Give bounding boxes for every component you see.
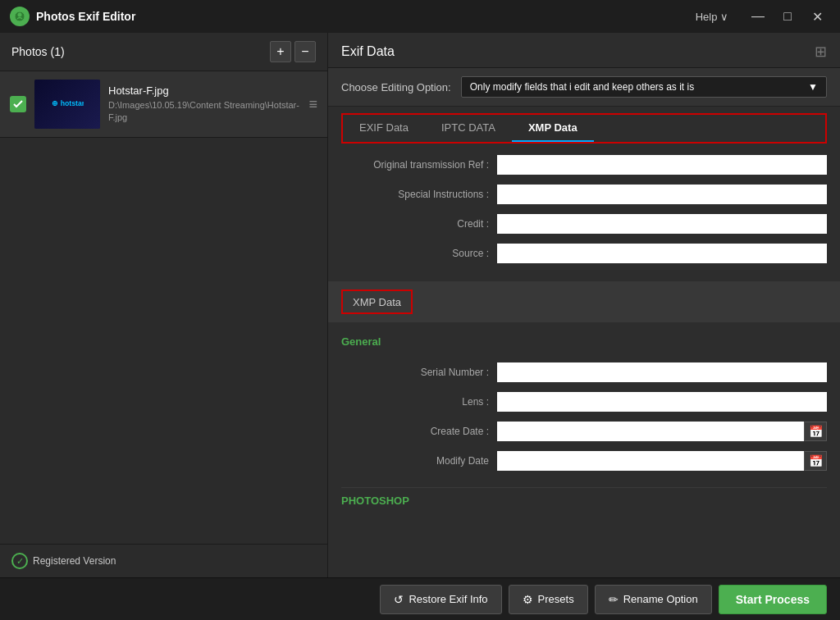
iptc-fields-section: Original transmission Ref : Special Inst… xyxy=(341,144,827,275)
restore-exif-button[interactable]: ↺ Restore Exif Info xyxy=(380,585,501,614)
field-label-create-date: Create Date : xyxy=(341,426,489,437)
form-row-lens: Lens : xyxy=(341,387,827,417)
field-label-modify-date: Modify Date xyxy=(341,455,489,467)
xmp-general-label: General xyxy=(341,329,827,351)
svg-point-1 xyxy=(18,13,22,17)
field-input-modify-date[interactable] xyxy=(497,451,804,471)
photo-list-item[interactable]: ⊕ hotstar Hotstar-F.jpg D:\Images\10.05.… xyxy=(0,71,327,138)
tabs-row: EXIF Data IPTC DATA XMP Data xyxy=(343,115,825,142)
field-label-source: Source : xyxy=(341,248,489,259)
field-input-special-instructions[interactable] xyxy=(497,185,827,204)
close-button[interactable]: ✕ xyxy=(804,5,830,28)
app-title: Photos Exif Editor xyxy=(36,10,696,23)
photo-path: D:\Images\10.05.19\Content Streaming\Hot… xyxy=(108,99,300,125)
form-row-serial-number: Serial Number : xyxy=(341,358,827,387)
rename-icon: ✏ xyxy=(609,593,619,606)
form-row-modify-date: Modify Date 📅 xyxy=(341,446,827,476)
rename-option-button[interactable]: ✏ Rename Option xyxy=(595,585,712,614)
field-input-create-date[interactable] xyxy=(497,422,804,441)
photo-thumbnail: ⊕ hotstar xyxy=(34,80,100,129)
presets-icon: ⚙ xyxy=(523,593,533,606)
left-panel: Photos (1) + − ⊕ hotstar H xyxy=(0,33,328,577)
modify-date-wrapper: 📅 xyxy=(497,451,827,471)
field-input-source[interactable] xyxy=(497,244,827,263)
field-label-special-instructions: Special Instructions : xyxy=(341,189,489,200)
editing-option-row: Choose Editing Option: Only modify field… xyxy=(328,68,840,107)
create-date-wrapper: 📅 xyxy=(497,422,827,441)
restore-icon: ↺ xyxy=(394,593,404,606)
form-row-source: Source : xyxy=(341,239,827,268)
left-panel-footer: ✓ Registered Version xyxy=(0,544,327,577)
editing-option-label: Choose Editing Option: xyxy=(341,81,451,93)
panel-btn-group: + − xyxy=(270,41,316,62)
field-input-original-transmission[interactable] xyxy=(497,155,827,175)
maximize-button[interactable]: □ xyxy=(774,5,801,28)
start-process-button[interactable]: Start Process xyxy=(719,585,827,614)
app-logo xyxy=(10,7,30,26)
presets-button[interactable]: ⚙ Presets xyxy=(509,585,588,614)
window-controls: Help ∨ — □ ✕ xyxy=(696,5,830,28)
registered-icon: ✓ xyxy=(11,553,28,569)
xmp-section-title: XMP Data xyxy=(353,296,401,308)
field-label-original-transmission: Original transmission Ref : xyxy=(341,159,489,171)
photo-checkbox[interactable] xyxy=(10,96,26,112)
editing-option-select[interactable]: Only modify fields that i edit and keep … xyxy=(461,76,827,98)
presets-label: Presets xyxy=(538,593,574,605)
tab-exif[interactable]: EXIF Data xyxy=(343,115,425,142)
remove-photo-button[interactable]: − xyxy=(294,41,316,62)
rename-label: Rename Option xyxy=(623,593,698,605)
content-area[interactable]: Original transmission Ref : Special Inst… xyxy=(328,144,840,577)
xmp-section-header: XMP Data xyxy=(328,281,840,322)
field-input-credit[interactable] xyxy=(497,214,827,234)
photo-menu-icon[interactable]: ≡ xyxy=(308,96,317,113)
restore-label: Restore Exif Info xyxy=(409,593,487,605)
help-menu[interactable]: Help ∨ xyxy=(696,11,728,23)
minimize-button[interactable]: — xyxy=(745,5,771,28)
photo-filename: Hotstar-F.jpg xyxy=(108,84,300,97)
right-panel: Exif Data ⊞ Choose Editing Option: Only … xyxy=(328,33,840,577)
exif-data-title: Exif Data xyxy=(341,44,395,59)
xmp-section-highlight: XMP Data xyxy=(341,289,413,314)
title-bar: Photos Exif Editor Help ∨ — □ ✕ xyxy=(0,0,840,33)
right-panel-header: Exif Data ⊞ xyxy=(328,33,840,68)
form-row-credit: Credit : xyxy=(341,209,827,239)
modify-date-calendar-icon[interactable]: 📅 xyxy=(804,451,827,471)
svg-text:⊕ hotstar: ⊕ hotstar xyxy=(52,99,84,107)
editing-option-value: Only modify fields that i edit and keep … xyxy=(470,81,694,93)
panel-options-icon[interactable]: ⊞ xyxy=(815,43,827,61)
photo-info: Hotstar-F.jpg D:\Images\10.05.19\Content… xyxy=(108,84,300,125)
field-input-lens[interactable] xyxy=(497,392,827,412)
bottom-toolbar: ↺ Restore Exif Info ⚙ Presets ✏ Rename O… xyxy=(0,577,840,620)
tab-iptc[interactable]: IPTC DATA xyxy=(425,115,512,142)
field-input-serial-number[interactable] xyxy=(497,362,827,382)
registered-label: Registered Version xyxy=(33,555,116,567)
main-area: Photos (1) + − ⊕ hotstar H xyxy=(0,33,840,577)
form-row-original-transmission: Original transmission Ref : xyxy=(341,150,827,180)
field-label-lens: Lens : xyxy=(341,396,489,408)
xmp-general-fields: Serial Number : Lens : Create Date : 📅 M… xyxy=(341,351,827,482)
dropdown-arrow-icon: ▼ xyxy=(808,81,818,93)
tab-xmp[interactable]: XMP Data xyxy=(512,115,594,142)
left-panel-header: Photos (1) + − xyxy=(0,33,327,71)
field-label-serial-number: Serial Number : xyxy=(341,367,489,378)
form-row-create-date: Create Date : 📅 xyxy=(341,417,827,446)
add-photo-button[interactable]: + xyxy=(270,41,291,62)
field-label-credit: Credit : xyxy=(341,218,489,230)
form-row-special-instructions: Special Instructions : xyxy=(341,180,827,209)
photoshop-section-label: PHOTOSHOP xyxy=(341,487,827,510)
create-date-calendar-icon[interactable]: 📅 xyxy=(804,422,827,441)
tabs-wrapper: EXIF Data IPTC DATA XMP Data xyxy=(341,113,827,142)
photos-panel-title: Photos (1) xyxy=(11,45,65,58)
start-process-label: Start Process xyxy=(736,593,810,606)
